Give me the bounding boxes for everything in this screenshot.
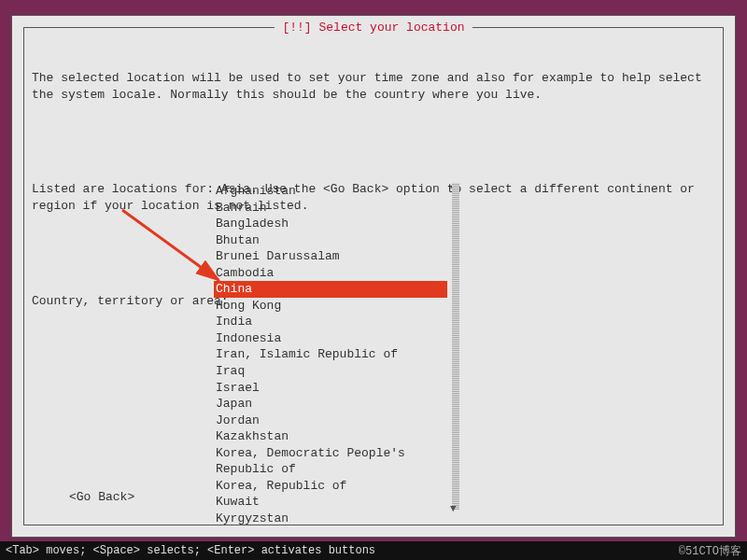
- go-back-button[interactable]: <Go Back>: [69, 489, 134, 506]
- location-item[interactable]: Bahrain: [214, 200, 447, 217]
- location-item[interactable]: Bangladesh: [214, 216, 447, 232]
- location-item[interactable]: China: [214, 281, 447, 298]
- location-item[interactable]: Afghanistan: [214, 183, 447, 200]
- status-bar: <Tab> moves; <Space> selects; <Enter> ac…: [0, 541, 747, 560]
- location-item[interactable]: Kyrgyzstan: [214, 511, 447, 527]
- location-item[interactable]: Japan: [214, 396, 447, 413]
- location-item[interactable]: Bhutan: [214, 232, 447, 249]
- status-hint: <Tab> moves; <Space> selects; <Enter> ac…: [6, 544, 375, 557]
- dialog-title: [!!] Select your location: [275, 21, 472, 35]
- location-item[interactable]: India: [214, 314, 447, 330]
- location-item[interactable]: Cambodia: [214, 265, 447, 282]
- dialog-frame: [!!] Select your location The selected l…: [23, 27, 724, 525]
- location-item[interactable]: Israel: [214, 380, 447, 397]
- location-item[interactable]: Kazakhstan: [214, 428, 447, 445]
- scroll-down-icon[interactable]: ▼: [450, 502, 457, 516]
- location-list[interactable]: AfghanistanBahrainBangladeshBhutanBrunei…: [214, 183, 447, 526]
- location-item[interactable]: Kuwait: [214, 494, 447, 511]
- location-item[interactable]: Iran, Islamic Republic of: [214, 346, 447, 363]
- dialog-content: The selected location will be used to se…: [32, 37, 715, 515]
- location-item[interactable]: Korea, Republic of: [214, 478, 447, 495]
- location-item[interactable]: Iraq: [214, 363, 447, 380]
- location-item[interactable]: Korea, Democratic People's Republic of: [214, 445, 447, 478]
- spacer: [32, 139, 715, 145]
- location-item[interactable]: Indonesia: [214, 330, 447, 347]
- location-item[interactable]: Hong Kong: [214, 298, 447, 315]
- scroll-track[interactable]: [452, 183, 459, 510]
- installer-window: [!!] Select your location The selected l…: [11, 15, 736, 538]
- watermark: ©51CTO博客: [679, 543, 741, 559]
- location-item[interactable]: Brunei Darussalam: [214, 248, 447, 265]
- intro-paragraph-1: The selected location will be used to se…: [32, 70, 715, 103]
- location-item[interactable]: Jordan: [214, 413, 447, 429]
- dialog-title-wrap: [!!] Select your location: [24, 21, 723, 35]
